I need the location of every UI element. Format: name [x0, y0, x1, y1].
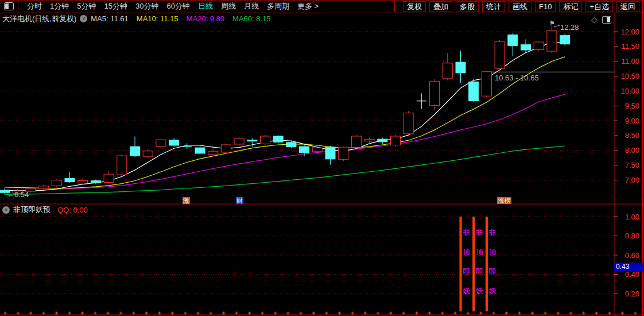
- indicator-label-0.40: 0.40: [614, 270, 639, 279]
- action-button-F10[interactable]: F10: [535, 1, 556, 12]
- candle-down: [91, 181, 100, 183]
- current-value-badge: 0.43: [614, 263, 643, 271]
- collapse-main-panel-icon[interactable]: ∨: [80, 15, 87, 22]
- price-label-9.00: 9.00: [614, 117, 639, 125]
- ma-legend-MA10: MA10: 11.15: [137, 14, 179, 23]
- candle-up: [208, 152, 218, 155]
- candle-down: [273, 136, 283, 142]
- ma-legend-MA5: MA5: 11.61: [91, 14, 129, 23]
- candle-down: [247, 140, 257, 141]
- action-button-统计[interactable]: 统计: [482, 1, 505, 12]
- price-label-9.50: 9.50: [614, 102, 639, 110]
- price-label-8.00: 8.00: [614, 146, 639, 155]
- candle-up: [104, 174, 114, 182]
- candle-up: [39, 186, 49, 188]
- period-tab-周线[interactable]: 周线: [221, 1, 236, 11]
- price-label-10.50: 10.50: [614, 72, 639, 80]
- signal-text-column: 非 顶 即 妖: [463, 223, 471, 301]
- candle-up: [547, 30, 557, 51]
- ma-line-MA20: [5, 94, 565, 191]
- candle-down: [300, 147, 309, 152]
- indicator-label-0.20: 0.20: [614, 290, 639, 298]
- price-label-7.00: 7.00: [614, 176, 639, 184]
- candle-up: [534, 42, 544, 49]
- candle-up: [234, 138, 244, 144]
- candle-up: [221, 145, 231, 152]
- ma-line-MA5: [5, 42, 565, 191]
- indicator-label-0.80: 0.80: [614, 232, 639, 240]
- candle-up: [391, 136, 401, 145]
- period-tab-更多 >[interactable]: 更多 >: [297, 1, 319, 11]
- action-button-标记[interactable]: 标记: [559, 1, 582, 12]
- period-tab-1分钟[interactable]: 1分钟: [50, 1, 69, 11]
- period-tabs: 分时1分钟5分钟15分钟30分钟60分钟日线周线月线多周期更多 >: [23, 1, 323, 11]
- gap-annotation: 10.63 - 10.65: [495, 74, 539, 82]
- period-tab-日线[interactable]: 日线: [198, 1, 213, 11]
- period-tab-分时[interactable]: 分时: [27, 1, 42, 11]
- price-label-10.00: 10.00: [614, 87, 639, 95]
- ma-legend-MA60: MA60: 8.15: [232, 14, 271, 23]
- period-tab-30分钟[interactable]: 30分钟: [135, 1, 158, 11]
- action-button-叠加[interactable]: 叠加: [429, 1, 452, 12]
- top-toolbar: 分时1分钟5分钟15分钟30分钟60分钟日线周线月线多周期更多 > 复权叠加多股…: [0, 0, 644, 13]
- action-button-画线[interactable]: 画线: [509, 1, 532, 12]
- indicator-value: QQ: 0.00: [57, 206, 88, 214]
- candle-down: [169, 140, 179, 145]
- period-tab-60分钟[interactable]: 60分钟: [166, 1, 189, 11]
- action-button-+自选[interactable]: +自选: [585, 1, 613, 12]
- ma-legend: MA5: 11.61MA10: 11.15MA20: 9.89MA60: 8.1…: [91, 14, 278, 23]
- indicator-header: ∨ 非顶即妖预 QQ: 0.00: [0, 205, 614, 214]
- toolbar-actions: 复权叠加多股统计画线F10标记+自选返回: [394, 1, 644, 12]
- signal-bar: [460, 217, 462, 311]
- candle-up: [261, 136, 270, 144]
- signal-text-column: 非 顶 即 妖: [475, 223, 483, 301]
- price-label-12.00: 12.00: [614, 28, 639, 36]
- window-layout-icon[interactable]: [4, 2, 14, 10]
- candle-down: [521, 45, 531, 50]
- toolbar-divider: [18, 1, 18, 12]
- event-marker-涨榜[interactable]: 涨榜: [497, 197, 511, 204]
- price-label-11.50: 11.50: [614, 42, 639, 51]
- chart-canvas: [0, 0, 644, 316]
- candle-up: [312, 148, 322, 152]
- price-label-8.50: 8.50: [614, 131, 639, 140]
- candle-up: [482, 72, 491, 96]
- action-button-返回[interactable]: 返回: [616, 1, 639, 12]
- candle-up: [52, 180, 61, 186]
- action-button-复权[interactable]: 复权: [403, 1, 426, 12]
- price-label-7.50: 7.50: [614, 161, 639, 169]
- period-tab-多周期[interactable]: 多周期: [267, 1, 289, 11]
- candle-up: [364, 140, 374, 141]
- candle-up: [430, 81, 440, 105]
- candle-down: [325, 147, 335, 159]
- stock-title: 大洋电机(日线,前复权): [2, 14, 76, 24]
- event-marker-财[interactable]: 财: [236, 197, 243, 204]
- signal-bar: [472, 217, 475, 311]
- candle-down: [456, 62, 465, 73]
- candle-up: [156, 140, 166, 147]
- header-corner-icons: ◇: [591, 15, 611, 24]
- diamond-icon[interactable]: ◇: [591, 15, 598, 24]
- toolbar-divider: [394, 1, 395, 12]
- split-panel-icon[interactable]: [602, 16, 611, 24]
- candle-up: [404, 113, 413, 134]
- flag-icon: ⚑: [549, 20, 555, 27]
- chart-header: 大洋电机(日线,前复权) ∨ MA5: 11.61MA10: 11.15MA20…: [0, 14, 614, 24]
- ma-line-MA10: [5, 57, 565, 188]
- signal-bar: [486, 217, 488, 311]
- collapse-sub-panel-icon[interactable]: ∨: [2, 206, 10, 214]
- period-tab-5分钟[interactable]: 5分钟: [77, 1, 96, 11]
- low-annotation: ←6.54: [7, 190, 29, 199]
- period-tab-月线[interactable]: 月线: [244, 1, 259, 11]
- candle-down: [508, 35, 518, 46]
- indicator-label-1.00: 1.00: [614, 213, 639, 221]
- candle-down: [130, 147, 140, 156]
- period-tab-15分钟[interactable]: 15分钟: [104, 1, 127, 11]
- indicator-title: 非顶即妖预: [13, 205, 51, 215]
- candle-down: [560, 36, 570, 44]
- candle-up: [339, 147, 348, 159]
- action-button-多股[interactable]: 多股: [456, 1, 479, 12]
- candle-down: [286, 142, 296, 147]
- candle-down: [469, 82, 479, 101]
- event-marker-激[interactable]: 激: [183, 197, 190, 204]
